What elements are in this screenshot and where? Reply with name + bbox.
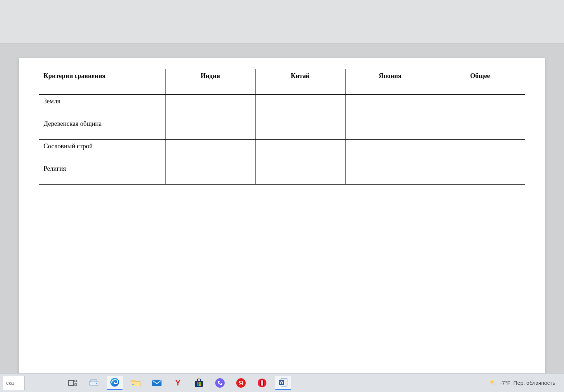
ms-store-button[interactable] [191, 376, 207, 390]
table-cell[interactable] [435, 140, 525, 162]
col-header: Китай [255, 69, 345, 95]
row-label[interactable]: Сословный строй [39, 140, 165, 162]
opera-icon [257, 378, 267, 388]
scanner-icon [89, 379, 99, 387]
table-cell[interactable] [435, 117, 525, 140]
svg-rect-0 [69, 380, 74, 385]
table-cell[interactable] [255, 162, 345, 185]
document-page: Критерии сравнения Индия Китай Япония Об… [19, 58, 545, 373]
document-editor-area: Критерии сравнения Индия Китай Япония Об… [0, 44, 564, 373]
weather-temperature: -7°F [500, 380, 511, 386]
scanner-app-button[interactable] [86, 376, 102, 390]
table-cell[interactable] [165, 95, 256, 117]
table-cell[interactable] [255, 140, 345, 162]
svg-rect-15 [199, 384, 201, 386]
opera-app-button[interactable] [254, 376, 270, 390]
col-header: Индия [165, 69, 256, 95]
svg-rect-1 [75, 380, 77, 382]
edge-icon [110, 377, 120, 387]
table-cell[interactable] [165, 140, 256, 162]
table-cell[interactable] [345, 95, 435, 117]
svg-rect-2 [75, 384, 77, 385]
table-cell[interactable] [345, 162, 435, 185]
viber-icon [215, 378, 225, 388]
taskview-button[interactable] [65, 376, 81, 390]
viber-app-button[interactable] [212, 376, 228, 390]
svg-rect-8 [132, 384, 134, 385]
yandex-browser-button[interactable]: Y [170, 376, 186, 390]
mail-icon [151, 379, 162, 387]
row-label[interactable]: Деревенская община [39, 117, 165, 140]
taskbar-search[interactable]: ска [3, 376, 25, 390]
app-header-region [0, 0, 564, 44]
svg-point-16 [215, 378, 225, 388]
svg-rect-4 [90, 380, 97, 382]
weather-condition: Пер. облачность [514, 380, 555, 386]
svg-rect-13 [199, 382, 201, 384]
row-label[interactable]: Религия [39, 162, 165, 185]
file-explorer-button[interactable] [128, 376, 144, 390]
word-icon: W [278, 377, 288, 387]
svg-point-31 [492, 382, 497, 385]
table-cell[interactable] [255, 95, 345, 117]
yandex-icon: Y [173, 378, 183, 388]
col-header: Критерии сравнения [39, 69, 165, 95]
yandex-app-button[interactable]: Я [233, 376, 249, 390]
taskbar-apps: Y [65, 376, 291, 390]
table-cell[interactable] [165, 162, 256, 185]
table-row: Религия [39, 162, 525, 185]
table-row: Земля [39, 95, 525, 117]
edge-app-button[interactable] [107, 376, 123, 390]
mail-app-button[interactable] [149, 376, 165, 390]
svg-rect-11 [195, 381, 203, 387]
word-app-button[interactable]: W [275, 376, 291, 390]
col-header: Япония [345, 69, 435, 95]
col-header: Общее [435, 69, 525, 95]
svg-point-5 [96, 383, 97, 384]
table-cell[interactable] [435, 95, 525, 117]
windows-taskbar: ска [0, 373, 564, 392]
comparison-table: Критерии сравнения Индия Китай Япония Об… [39, 69, 525, 185]
table-cell[interactable] [255, 117, 345, 140]
table-cell[interactable] [165, 117, 256, 140]
table-header-row: Критерии сравнения Индия Китай Япония Об… [39, 69, 525, 95]
search-fragment-text: ска [6, 380, 14, 386]
weather-icon [489, 379, 497, 387]
svg-text:Y: Y [175, 378, 181, 387]
svg-rect-14 [197, 384, 199, 386]
table-cell[interactable] [345, 140, 435, 162]
svg-rect-9 [152, 380, 162, 386]
taskbar-right: -7°F Пер. облачность [489, 379, 561, 387]
taskview-icon [68, 379, 77, 387]
table-row: Деревенская община [39, 117, 525, 140]
svg-text:W: W [279, 380, 283, 384]
svg-point-26 [261, 380, 263, 386]
taskbar-left: ска [3, 376, 25, 390]
store-icon [194, 378, 204, 388]
weather-widget[interactable]: -7°F Пер. облачность [489, 379, 555, 387]
row-label[interactable]: Земля [39, 95, 165, 117]
table-row: Сословный строй [39, 140, 525, 162]
svg-rect-12 [197, 382, 199, 384]
table-cell[interactable] [435, 162, 525, 185]
svg-text:Я: Я [239, 380, 243, 386]
table-cell[interactable] [345, 117, 435, 140]
yandex-red-icon: Я [236, 378, 246, 388]
folder-icon [130, 379, 141, 387]
